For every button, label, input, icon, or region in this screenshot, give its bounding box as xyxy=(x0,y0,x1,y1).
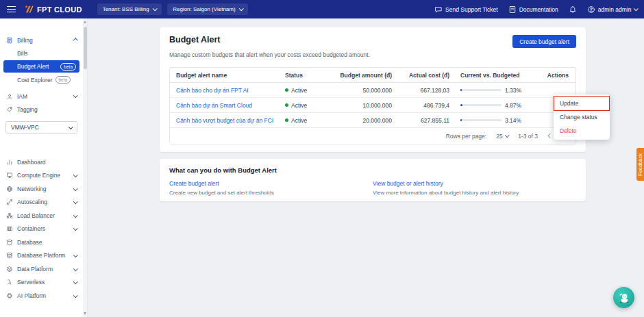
vpc-selector[interactable]: VMW-VPC xyxy=(5,121,77,134)
autoscaling-icon xyxy=(6,199,13,205)
sidebar-item-label: Database xyxy=(17,239,77,246)
database-icon xyxy=(6,239,13,246)
sidebar-item-label: Budget Alert xyxy=(17,63,56,70)
documentation-button[interactable]: Documentation xyxy=(508,5,558,14)
page-title: Budget Alert xyxy=(169,35,221,45)
support-ticket-icon xyxy=(434,5,443,14)
sidebar-item-dashboard[interactable]: Dashboard xyxy=(0,155,83,169)
chevron-down-icon xyxy=(153,6,157,10)
sidebar-item-tagging[interactable]: Tagging xyxy=(0,103,83,116)
send-support-ticket-button[interactable]: Send Support Ticket xyxy=(434,5,498,14)
fpt-cloud-logo[interactable]: FPT CLOUD xyxy=(25,5,82,14)
sidebar-item-label: Autoscaling xyxy=(17,199,70,205)
column-header: Actions xyxy=(537,72,575,79)
billing-icon xyxy=(6,37,13,44)
progress-track xyxy=(460,119,501,121)
chevron-down-icon xyxy=(73,199,77,203)
sidebar-item-bills[interactable]: Bills xyxy=(0,47,83,60)
chevron-down-icon xyxy=(73,279,77,283)
assistant-button[interactable] xyxy=(613,287,634,308)
top-navbar: FPT CLOUD Tenant: BSS Billing Region: Sa… xyxy=(0,0,644,18)
table-pagination: Rows per page: 25 1-3 of 3 xyxy=(170,128,575,144)
sidebar-item-database-platform[interactable]: Database Platform xyxy=(0,249,83,263)
column-header: Budget alert name xyxy=(170,72,285,79)
budget-alert-name-link[interactable]: Cảnh báo cho dự án FPT AI xyxy=(176,87,249,94)
budget-amount: 20.000.000 xyxy=(334,117,392,124)
sidebar-item-serverless[interactable]: Serverless xyxy=(0,276,83,290)
budget-alert-name-link[interactable]: Cảnh báo vượt budget của dự án FCI xyxy=(176,117,273,124)
help-card: What can you do with Budget Alert Create… xyxy=(160,159,586,201)
help-title: What can you do with Budget Alert xyxy=(169,166,576,174)
row-actions-menu: Update Change status Delete xyxy=(554,94,610,140)
sidebar-item-containers[interactable]: Containers xyxy=(0,223,83,236)
scroll-up-icon[interactable] xyxy=(84,21,86,23)
progress-fill xyxy=(460,89,462,91)
create-budget-alert-link[interactable]: Create budget alert xyxy=(169,180,219,187)
tag-icon xyxy=(6,106,13,113)
sidebar-item-autoscaling[interactable]: Autoscaling xyxy=(0,196,83,210)
user-name: admin admin xyxy=(598,6,632,13)
sidebar: Billing Bills Budget Alert beta Cost Exp… xyxy=(0,18,83,317)
sidebar-item-cost-explorer[interactable]: Cost Explorer beta xyxy=(0,73,83,86)
chevron-down-icon xyxy=(505,133,509,137)
serverless-icon xyxy=(6,279,13,286)
help-item: View budget or alert history View more i… xyxy=(373,180,576,196)
tenant-selector[interactable]: Tenant: BSS Billing xyxy=(97,3,162,15)
view-history-link[interactable]: View budget or alert history xyxy=(373,180,443,187)
sidebar-item-budget-alert[interactable]: Budget Alert beta xyxy=(3,60,79,73)
assistant-mascot-icon xyxy=(617,290,632,305)
sidebar-item-compute-engine[interactable]: Compute Engine xyxy=(0,169,83,183)
sidebar-item-billing[interactable]: Billing xyxy=(0,34,83,47)
chevron-down-icon xyxy=(73,213,77,217)
help-description: Create new budget and set alert threshol… xyxy=(169,190,373,196)
rows-per-page-label: Rows per page: xyxy=(446,133,487,140)
avatar-icon xyxy=(587,5,595,14)
compute-engine-icon xyxy=(6,172,13,179)
previous-page-button[interactable] xyxy=(547,133,554,139)
menu-item-delete[interactable]: Delete xyxy=(554,124,610,138)
column-header: Actual cost (đ) xyxy=(392,72,449,79)
fpt-logo-icon xyxy=(25,5,34,14)
chevron-down-icon xyxy=(73,93,77,97)
menu-item-change-status[interactable]: Change status xyxy=(554,110,610,124)
beta-badge: beta xyxy=(55,76,71,84)
sidebar-item-label: Data Platform xyxy=(17,266,70,272)
containers-icon xyxy=(6,225,13,232)
region-selector[interactable]: Region: Saigon (Vietnam) xyxy=(167,3,248,15)
status-dot xyxy=(285,88,288,92)
percent-label: 1.33% xyxy=(505,87,521,94)
user-menu[interactable]: admin admin xyxy=(587,5,637,14)
chevron-down-icon xyxy=(239,6,243,10)
feedback-label: Feedback xyxy=(637,153,643,176)
sidebar-item-data-platform[interactable]: Data Platform xyxy=(0,262,83,276)
scroll-down-icon[interactable] xyxy=(84,312,86,315)
main-content: Budget Alert Create budget alert Manage … xyxy=(88,18,644,317)
feedback-tab[interactable]: Feedback xyxy=(636,148,644,181)
menu-item-update[interactable]: Update xyxy=(554,97,610,110)
sidebar-item-load-balancer[interactable]: Load Balancer xyxy=(0,209,83,223)
sidebar-item-label: Compute Engine xyxy=(17,172,70,179)
budget-amount: 10.000.000 xyxy=(334,102,392,109)
percent-label: 4.87% xyxy=(505,102,521,109)
scrollbar-thumb[interactable] xyxy=(84,27,87,69)
progress-track xyxy=(460,89,501,91)
budget-alert-name-link[interactable]: Cảnh báo dự án Smart Cloud xyxy=(176,102,252,109)
help-description: View more information about budget histo… xyxy=(373,190,576,196)
vpc-selector-value: VMW-VPC xyxy=(11,124,39,131)
column-header: Budget amount (đ) xyxy=(334,72,392,79)
rows-per-page-select[interactable]: 25 xyxy=(496,133,508,140)
page-header: Budget Alert Create budget alert xyxy=(169,35,576,48)
hamburger-menu-icon[interactable] xyxy=(7,6,16,13)
sidebar-item-networking[interactable]: Networking xyxy=(0,182,83,196)
actual-cost: 667.128,03 xyxy=(392,87,449,94)
actual-cost: 486.739,4 xyxy=(392,102,449,109)
support-ticket-label: Send Support Ticket xyxy=(445,6,498,13)
sidebar-item-label: Bills xyxy=(17,50,77,57)
sidebar-item-iam[interactable]: IAM xyxy=(0,90,83,103)
chevron-up-icon xyxy=(73,38,77,42)
notifications-button[interactable] xyxy=(569,5,577,14)
chevron-down-icon xyxy=(73,253,77,257)
sidebar-item-database[interactable]: Database xyxy=(0,236,83,249)
sidebar-item-ai-platform[interactable]: AI Platform xyxy=(0,289,83,303)
create-budget-alert-button[interactable]: Create budget alert xyxy=(512,35,576,48)
